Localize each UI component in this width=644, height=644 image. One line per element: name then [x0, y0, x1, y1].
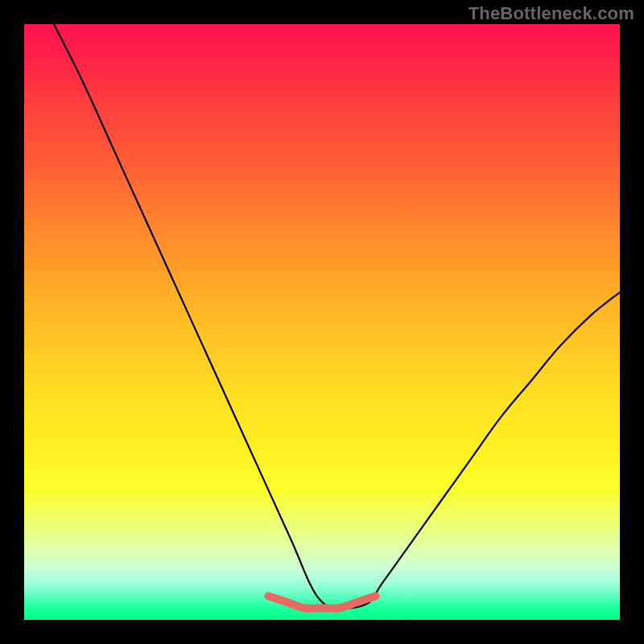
chart-frame: TheBottleneck.com: [0, 0, 644, 644]
plot-area: [24, 24, 620, 620]
watermark-label: TheBottleneck.com: [469, 3, 634, 24]
curve-layer: [24, 24, 620, 620]
main-curve: [54, 24, 620, 609]
